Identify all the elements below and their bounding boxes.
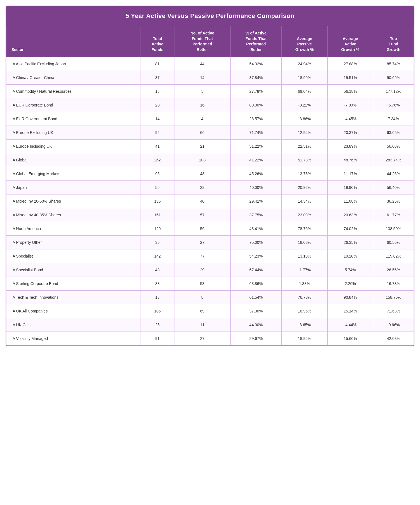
table-row: IA EUR Government Bond14428.57%-3.86%-4.…: [6, 112, 414, 126]
cell-sector: IA Mixed Inv 20-60% Shares: [6, 194, 141, 208]
cell-sector: IA EUR Corporate Bond: [6, 98, 141, 112]
cell-pct-performed-better: 51.22%: [230, 140, 282, 153]
cell-avg-passive-growth: -8.22%: [282, 98, 328, 112]
cell-no-performed-better: 14: [174, 71, 230, 85]
cell-no-performed-better: 8: [174, 291, 230, 304]
cell-top-fund-growth: 283.74%: [373, 153, 414, 167]
table-row: IA Europe Including UK412151.22%22.51%23…: [6, 140, 414, 153]
cell-no-performed-better: 43: [174, 167, 230, 181]
table-row: IA Europe Excluding UK926671.74%12.94%20…: [6, 126, 414, 140]
table-row: IA UK Gilts251144.00%-3.65%-4.44%-0.66%: [6, 318, 414, 332]
cell-top-fund-growth: 63.65%: [373, 126, 414, 140]
cell-total-active-funds: 91: [141, 332, 174, 346]
cell-sector: IA UK Gilts: [6, 318, 141, 332]
cell-no-performed-better: 40: [174, 194, 230, 208]
cell-avg-active-growth: 5.74%: [327, 263, 373, 277]
cell-top-fund-growth: 16.73%: [373, 277, 414, 291]
cell-pct-performed-better: 43.41%: [230, 222, 282, 236]
cell-avg-passive-growth: 14.34%: [282, 194, 328, 208]
cell-avg-active-growth: 11.17%: [327, 167, 373, 181]
cell-avg-passive-growth: 24.94%: [282, 57, 328, 71]
cell-top-fund-growth: 119.02%: [373, 249, 414, 263]
cell-top-fund-growth: 71.63%: [373, 304, 414, 318]
cell-avg-active-growth: 11.08%: [327, 194, 373, 208]
header-avg-active-growth: AverageActiveGrowth %: [327, 26, 373, 57]
cell-no-performed-better: 56: [174, 222, 230, 236]
cell-avg-passive-growth: 18.94%: [282, 332, 328, 346]
cell-sector: IA Global: [6, 153, 141, 167]
cell-pct-performed-better: 29.41%: [230, 194, 282, 208]
cell-avg-passive-growth: 22.51%: [282, 140, 328, 153]
cell-no-performed-better: 11: [174, 318, 230, 332]
cell-top-fund-growth: 7.34%: [373, 112, 414, 126]
cell-top-fund-growth: 26.56%: [373, 263, 414, 277]
cell-total-active-funds: 262: [141, 153, 174, 167]
header-row: Sector TotalActiveFunds No. of ActiveFun…: [6, 26, 414, 57]
comparison-table: 5 Year Active Versus Passive Performance…: [6, 6, 414, 346]
cell-sector: IA EUR Government Bond: [6, 112, 141, 126]
cell-sector: IA Japan: [6, 181, 141, 194]
cell-no-performed-better: 77: [174, 249, 230, 263]
cell-sector: IA Property Other: [6, 236, 141, 249]
cell-total-active-funds: 136: [141, 194, 174, 208]
cell-total-active-funds: 81: [141, 57, 174, 71]
cell-total-active-funds: 37: [141, 71, 174, 85]
cell-total-active-funds: 18: [141, 85, 174, 98]
table-row: IA Specialist1427754.23%13.13%19.20%119.…: [6, 249, 414, 263]
cell-avg-passive-growth: -1.77%: [282, 263, 328, 277]
cell-pct-performed-better: 80.00%: [230, 98, 282, 112]
cell-total-active-funds: 20: [141, 98, 174, 112]
cell-sector: IA Europe Excluding UK: [6, 126, 141, 140]
cell-avg-active-growth: 2.20%: [327, 277, 373, 291]
cell-avg-active-growth: 27.88%: [327, 57, 373, 71]
cell-avg-active-growth: 20.63%: [327, 208, 373, 222]
cell-no-performed-better: 44: [174, 57, 230, 71]
cell-avg-passive-growth: 12.94%: [282, 126, 328, 140]
cell-no-performed-better: 57: [174, 208, 230, 222]
cell-pct-performed-better: 37.75%: [230, 208, 282, 222]
cell-avg-active-growth: 23.89%: [327, 140, 373, 153]
cell-total-active-funds: 36: [141, 236, 174, 249]
cell-pct-performed-better: 27.78%: [230, 85, 282, 98]
cell-pct-performed-better: 37.30%: [230, 304, 282, 318]
cell-total-active-funds: 43: [141, 263, 174, 277]
cell-no-performed-better: 108: [174, 153, 230, 167]
cell-avg-passive-growth: 23.09%: [282, 208, 328, 222]
table-row: IA UK All Companies1856937.30%16.95%15.1…: [6, 304, 414, 318]
header-no-performed-better: No. of ActiveFunds ThatPerformedBetter: [174, 26, 230, 57]
table-row: IA Property Other362775.00%18.08%26.35%6…: [6, 236, 414, 249]
cell-no-performed-better: 22: [174, 181, 230, 194]
table-row: IA North America1295643.41%78.76%74.02%1…: [6, 222, 414, 236]
cell-avg-active-growth: 74.02%: [327, 222, 373, 236]
cell-avg-active-growth: 15.60%: [327, 332, 373, 346]
cell-total-active-funds: 92: [141, 126, 174, 140]
cell-total-active-funds: 13: [141, 291, 174, 304]
cell-total-active-funds: 25: [141, 318, 174, 332]
cell-no-performed-better: 27: [174, 332, 230, 346]
cell-top-fund-growth: 44.26%: [373, 167, 414, 181]
cell-total-active-funds: 142: [141, 249, 174, 263]
header-sector: Sector: [6, 26, 141, 57]
cell-avg-active-growth: -7.89%: [327, 98, 373, 112]
cell-sector: IA Volatility Managed: [6, 332, 141, 346]
cell-top-fund-growth: 138.50%: [373, 222, 414, 236]
cell-sector: IA Global Emerging Markets: [6, 167, 141, 181]
cell-no-performed-better: 27: [174, 236, 230, 249]
cell-no-performed-better: 66: [174, 126, 230, 140]
header-total-active-funds: TotalActiveFunds: [141, 26, 174, 57]
cell-top-fund-growth: 56.40%: [373, 181, 414, 194]
cell-top-fund-growth: 42.08%: [373, 332, 414, 346]
cell-pct-performed-better: 75.00%: [230, 236, 282, 249]
table-row: IA Specialist Bond432967.44%-1.77%5.74%2…: [6, 263, 414, 277]
cell-sector: IA Europe Including UK: [6, 140, 141, 153]
cell-avg-active-growth: 56.18%: [327, 85, 373, 98]
cell-top-fund-growth: 61.77%: [373, 208, 414, 222]
cell-pct-performed-better: 41.22%: [230, 153, 282, 167]
header-avg-passive-growth: AveragePassiveGrowth %: [282, 26, 328, 57]
cell-avg-active-growth: 19.90%: [327, 181, 373, 194]
cell-pct-performed-better: 54.23%: [230, 249, 282, 263]
cell-total-active-funds: 41: [141, 140, 174, 153]
cell-avg-active-growth: 19.51%: [327, 71, 373, 85]
cell-top-fund-growth: 158.76%: [373, 291, 414, 304]
table-row: IA Global26210841.22%51.73%48.76%283.74%: [6, 153, 414, 167]
